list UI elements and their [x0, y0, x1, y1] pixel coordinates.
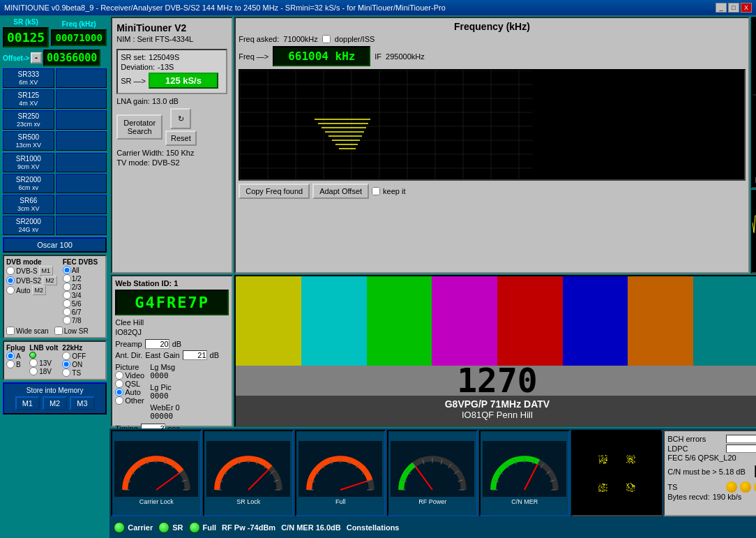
fec-56-radio[interactable]: [63, 299, 71, 308]
cn-status-label: C/N MER 16.0dB: [281, 523, 341, 532]
cn-mer-gauge: [483, 441, 566, 497]
dvb-section: DVB mode DVB-S M1 DVB-S2 M2 Auto M: [3, 255, 107, 338]
tv-mode: TV mode: DVB-S2: [116, 158, 227, 167]
derotator-button[interactable]: DerotatorSearch: [116, 114, 162, 140]
lnb-18v-radio[interactable]: [29, 367, 38, 375]
preset-6cm[interactable]: [56, 174, 107, 193]
minimize-button[interactable]: _: [716, 3, 727, 13]
maximize-button[interactable]: □: [728, 3, 739, 13]
fec-67-radio[interactable]: [63, 308, 71, 316]
store-m2-button[interactable]: M2: [43, 396, 67, 410]
sr-display-row: SR —> 125 kS/s: [121, 73, 223, 89]
constellations-panel: [571, 430, 662, 516]
freq-value[interactable]: 00071000: [51, 29, 107, 46]
preset-9cm[interactable]: [56, 153, 107, 172]
m2b-btn[interactable]: M2: [32, 285, 47, 295]
preset-6m[interactable]: [56, 68, 107, 88]
preset-sr333[interactable]: SR3336m XV: [3, 68, 54, 88]
preamp-input[interactable]: [145, 339, 169, 349]
preset-sr2000b[interactable]: SR200024G xv: [3, 216, 54, 235]
store-buttons: M1 M2 M3: [7, 396, 103, 410]
preset-4m[interactable]: [56, 89, 107, 109]
preset-sr500[interactable]: SR50013cm XV: [3, 131, 54, 151]
auto-pic-radio[interactable]: [115, 388, 123, 396]
lnb-led: [29, 352, 36, 359]
rf-pw-label: RF Pw -74dBm: [222, 523, 275, 532]
preset-grid2: SR10009cm XV SR20006cm xv SR663cm XV SR2…: [3, 153, 107, 235]
copy-freq-button[interactable]: Copy Freq found: [239, 184, 310, 199]
minus-button[interactable]: -: [31, 52, 42, 63]
other-radio[interactable]: [115, 396, 123, 405]
video-radio[interactable]: [115, 371, 123, 380]
gain-input[interactable]: [183, 350, 207, 360]
bar-yellow: [236, 276, 301, 366]
freq-arrow-label: Freq —>: [239, 52, 269, 61]
preset-13cm[interactable]: [56, 131, 107, 151]
low-sr-check[interactable]: [54, 327, 63, 335]
m2-btn[interactable]: M2: [43, 276, 57, 285]
preamp-label: Preamp: [115, 340, 142, 348]
wide-scan-label: Wide scan: [16, 327, 49, 335]
low-sr-label: Low SR: [64, 327, 89, 335]
iq-canvas: [753, 18, 756, 172]
lnb-label: LNB volt: [29, 344, 58, 352]
keep-it-label: keep it: [383, 187, 405, 195]
adapt-offset-button[interactable]: Adapt Offset: [312, 184, 369, 199]
fplug-a-radio[interactable]: [6, 352, 15, 360]
fec-all-radio[interactable]: [63, 266, 71, 274]
preamp-row: Preamp dB: [115, 339, 229, 349]
store-m3-button[interactable]: M3: [70, 396, 94, 410]
oscar-button[interactable]: Oscar 100: [3, 237, 107, 253]
fec-34-radio[interactable]: [63, 291, 71, 299]
dvb-s2-radio[interactable]: [6, 276, 15, 285]
preset-sr66[interactable]: SR663cm XV: [3, 195, 54, 214]
keep-it-check[interactable]: [372, 187, 380, 195]
preset-sr125[interactable]: SR1254m XV: [3, 89, 54, 109]
khz-ts-radio[interactable]: [62, 368, 70, 377]
carrier-status-label: Carrier: [128, 523, 153, 532]
ldpc-label: LDPC: [667, 444, 723, 453]
bar-blue: [563, 276, 628, 366]
preset-sr1000[interactable]: SR10009cm XV: [3, 153, 54, 172]
sr-value[interactable]: 00125: [3, 27, 49, 47]
doppler-check[interactable]: [322, 35, 331, 43]
fec-78-radio[interactable]: [63, 316, 71, 324]
fec-12-radio[interactable]: [63, 274, 71, 283]
preset-3cm[interactable]: [56, 195, 107, 214]
khz-off-radio[interactable]: [62, 352, 70, 360]
wide-scan-check[interactable]: [6, 327, 15, 335]
fec-34: 3/4: [63, 291, 98, 299]
khz-ts-label: TS: [72, 369, 81, 377]
fplug-b-label: B: [16, 361, 21, 368]
offset-value[interactable]: 00366000: [43, 50, 100, 66]
derotator-icon: ↻: [170, 108, 191, 129]
lnb-off-row: [29, 352, 58, 359]
qsl-radio[interactable]: [115, 380, 123, 388]
preset-sr250[interactable]: SR25023cm xv: [3, 110, 54, 130]
dvb-s2-row: DVB-S2 M2: [6, 276, 57, 285]
preset-23cm[interactable]: [56, 110, 107, 130]
dvb-s2-label: DVB-S2: [16, 277, 41, 285]
reset-button[interactable]: Reset: [165, 130, 197, 146]
web-err-val: 00000: [150, 412, 180, 421]
auto-radio[interactable]: [6, 286, 15, 294]
freq-asked-label: Freq asked:: [239, 35, 279, 43]
fec-67-label: 6/7: [72, 308, 82, 316]
preset-24g[interactable]: [56, 216, 107, 235]
khz-on-radio[interactable]: [62, 360, 70, 368]
fec-23-radio[interactable]: [63, 283, 71, 291]
fplug-section: Fplug A B LNB volt 13V: [3, 341, 107, 380]
lna-label: LNA gain:: [116, 97, 150, 105]
store-m1-button[interactable]: M1: [15, 396, 40, 410]
fplug-b-radio[interactable]: [6, 360, 15, 368]
lnb-13v-radio[interactable]: [29, 359, 38, 367]
dvb-s-radio[interactable]: [6, 267, 15, 275]
close-button[interactable]: X: [741, 3, 752, 13]
m1-btn[interactable]: M1: [39, 266, 54, 276]
sr-display[interactable]: 125 kS/s: [149, 73, 218, 89]
video-text-line1: G8VPG/P 71MHz DATV: [239, 398, 755, 410]
fec-78-label: 7/8: [72, 317, 82, 324]
freq-display[interactable]: 661004 kHz: [273, 46, 370, 66]
preset-sr2000a[interactable]: SR20006cm xv: [3, 174, 54, 193]
lgmsg-col: Lg Msg 0000 Lg Pic 0000 WebEr 0 00000: [150, 363, 180, 421]
